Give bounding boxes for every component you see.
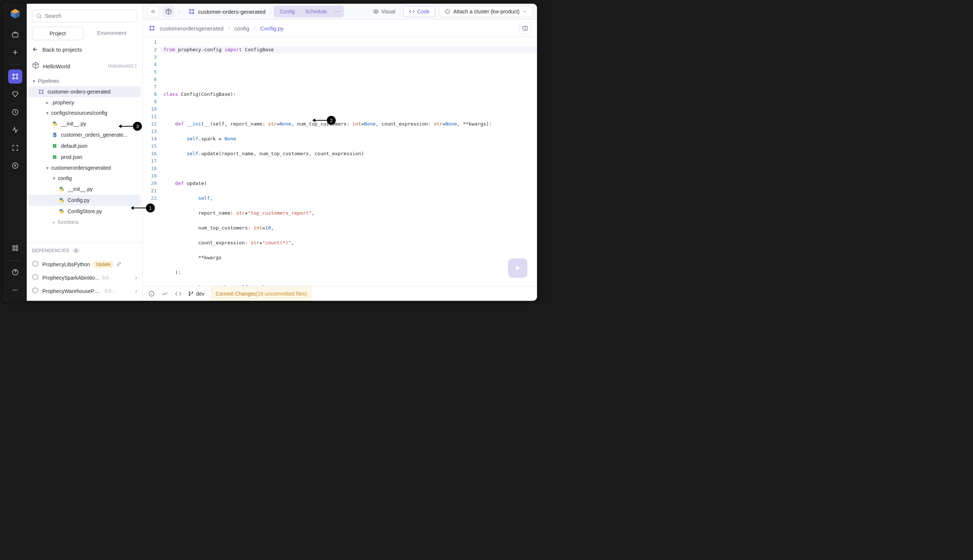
rail-expand-icon[interactable]: [8, 141, 22, 155]
tree-configs[interactable]: ▾ configs/resources/config: [28, 108, 141, 118]
line-gutter: 12345678910111213141516171819202122: [143, 37, 160, 286]
tree-default-json[interactable]: {} default.json: [28, 140, 141, 152]
svg-marker-35: [33, 261, 38, 267]
project-header[interactable]: HelloWorld HelloWorld/0.1: [27, 59, 142, 76]
cube-icon: [32, 62, 39, 70]
split-view-button[interactable]: [519, 22, 531, 34]
json-icon: {}: [51, 154, 58, 160]
tree-cog[interactable]: ▾ customerordersgenerated: [28, 163, 141, 173]
svg-point-15: [13, 290, 14, 291]
rail-download-icon[interactable]: [8, 158, 22, 173]
rail-add-icon[interactable]: [8, 45, 22, 59]
search-input[interactable]: [32, 10, 137, 22]
svg-point-18: [37, 14, 40, 17]
svg-marker-36: [33, 275, 38, 280]
tree-prophecy[interactable]: ▸ .prophecy: [28, 97, 141, 108]
sidebar: Project Environment Back to projects Hel…: [27, 4, 143, 301]
trend-icon[interactable]: [161, 290, 168, 297]
pencil-icon[interactable]: [116, 261, 122, 268]
hexagon-icon: [32, 260, 38, 268]
crumb-config[interactable]: config: [234, 25, 249, 32]
tree-functions[interactable]: ▸ functions: [28, 217, 141, 227]
rail-camera-icon[interactable]: [8, 27, 22, 42]
git-branch[interactable]: dev: [188, 291, 205, 297]
tree-configstore[interactable]: ConfigStore.py: [28, 206, 141, 217]
hexagon-icon: [32, 287, 38, 295]
svg-point-16: [15, 290, 16, 291]
rail-activity-icon[interactable]: [8, 123, 22, 137]
svg-point-6: [13, 78, 14, 79]
app-window: Project Environment Back to projects Hel…: [4, 4, 537, 301]
svg-point-41: [193, 13, 194, 14]
collapse-button[interactable]: [147, 5, 159, 17]
tree-config-py[interactable]: Config.py: [28, 195, 141, 206]
pill-config[interactable]: Config: [275, 6, 300, 17]
tree-cust-json[interactable]: customer_orders_generate...: [28, 129, 141, 140]
svg-point-17: [17, 290, 18, 291]
chevron-right-icon: ›: [135, 275, 137, 281]
pipeline-icon: [38, 88, 45, 95]
svg-point-44: [153, 26, 154, 27]
rail-help-icon[interactable]: [8, 265, 22, 279]
tab-environment[interactable]: Environment: [87, 27, 137, 40]
svg-rect-13: [16, 249, 18, 251]
tree-config-folder[interactable]: ▾ config: [28, 173, 141, 183]
annotation-1: 1: [132, 203, 155, 212]
svg-point-22: [42, 93, 43, 94]
back-to-projects[interactable]: Back to projects: [27, 46, 142, 59]
rail-clock-icon[interactable]: [8, 105, 22, 119]
svg-point-40: [189, 13, 190, 14]
code-editor[interactable]: 12345678910111213141516171819202122 from…: [143, 37, 537, 286]
tree-init2[interactable]: __init__.py: [28, 183, 141, 195]
svg-point-23: [54, 122, 54, 122]
svg-rect-11: [16, 245, 18, 247]
svg-point-19: [39, 90, 40, 91]
json-icon: {}: [51, 143, 58, 149]
run-button[interactable]: [508, 258, 527, 278]
commit-changes-button[interactable]: Commit Changes (16 uncommitted files): [211, 286, 312, 301]
dep-warehouse[interactable]: ProphecyWarehousePyt... 0.0... ›: [32, 285, 137, 298]
svg-marker-37: [33, 288, 38, 293]
icon-rail: [4, 4, 27, 301]
dep-spark-abinitio[interactable]: ProphecySparkAbinitio... 0.0... ›: [32, 271, 137, 285]
crumb-file[interactable]: Config.py: [260, 25, 283, 32]
tab-project[interactable]: Project: [32, 27, 83, 40]
rail-grid-icon[interactable]: [8, 241, 22, 255]
rail-diamond-icon[interactable]: [8, 87, 22, 102]
python-icon: [58, 197, 65, 203]
crumb-root[interactable]: customerordersgenerated: [160, 25, 223, 32]
code-view-button[interactable]: Code: [403, 6, 435, 17]
cube-button[interactable]: [163, 5, 175, 17]
tree-pipelines[interactable]: ▾ Pipelines: [28, 76, 141, 86]
pill-schedule[interactable]: Schedule: [300, 6, 332, 17]
app-logo: [10, 8, 21, 19]
dep-libs-python[interactable]: ProphecyLibsPython Update: [32, 258, 137, 271]
svg-point-4: [13, 74, 14, 75]
svg-point-39: [193, 9, 194, 10]
svg-point-38: [189, 9, 190, 10]
update-badge[interactable]: Update: [93, 261, 113, 268]
svg-point-7: [16, 78, 18, 79]
attach-cluster-button[interactable]: Attach a cluster (kw-product): [439, 6, 533, 17]
tree-pipeline-item[interactable]: customer-orders-generated: [28, 86, 141, 97]
python-icon: [51, 120, 58, 127]
annotation-3: 3: [120, 122, 142, 131]
code-icon[interactable]: [175, 290, 182, 297]
visual-view-button[interactable]: Visual: [368, 6, 400, 17]
svg-point-45: [150, 29, 151, 30]
breadcrumb: customerordersgenerated › config › Confi…: [143, 19, 537, 37]
tree-prod-json[interactable]: {} prod.json: [28, 152, 141, 163]
info-icon[interactable]: [148, 290, 155, 297]
rail-more-icon[interactable]: [8, 283, 22, 297]
svg-point-50: [192, 292, 193, 293]
code-content[interactable]: from prophecy.config import ConfigBase c…: [160, 37, 537, 286]
pill-more[interactable]: ⋯: [332, 6, 343, 17]
file-tree: ▾ Pipelines customer-orders-generated ▸ …: [27, 76, 142, 242]
hexagon-icon: [32, 274, 38, 282]
svg-point-49: [189, 292, 190, 293]
svg-point-30: [62, 190, 62, 191]
mode-pills: Config Schedule ⋯: [274, 5, 344, 17]
rail-pipeline-icon[interactable]: [8, 70, 22, 83]
svg-point-33: [60, 210, 61, 210]
main-content: › customer-orders-generated Config Sched…: [143, 4, 537, 301]
